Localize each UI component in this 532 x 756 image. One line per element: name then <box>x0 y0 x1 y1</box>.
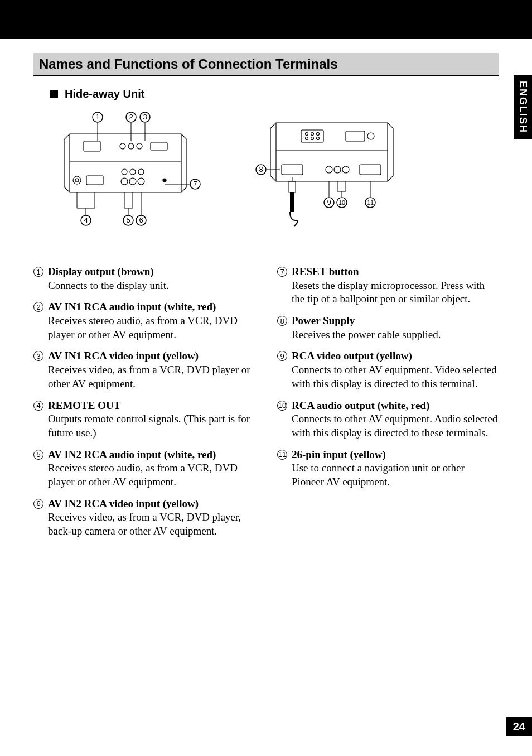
svg-text:2: 2 <box>129 113 133 121</box>
svg-rect-14 <box>151 142 167 150</box>
circled-number-icon: 11 <box>277 450 287 460</box>
svg-rect-59 <box>289 181 296 192</box>
top-black-bar <box>0 0 532 39</box>
item-title: Power Supply <box>292 314 499 328</box>
language-tab: ENGLISH <box>514 75 532 139</box>
svg-point-45 <box>317 133 320 136</box>
svg-point-52 <box>326 166 332 173</box>
item-title: RESET button <box>292 265 499 279</box>
svg-point-22 <box>129 178 136 185</box>
item-description: Receives video, as from a VCR, DVD playe… <box>48 363 255 391</box>
svg-point-50 <box>367 133 374 139</box>
svg-rect-10 <box>84 141 100 151</box>
circled-number-icon: 10 <box>277 401 287 411</box>
svg-text:6: 6 <box>139 216 143 224</box>
circled-number-icon: 7 <box>277 267 287 277</box>
terminal-item: 5 AV IN2 RCA audio input (white, red) Re… <box>33 448 255 489</box>
circled-number-icon: 1 <box>33 267 43 277</box>
svg-point-44 <box>311 133 314 136</box>
svg-point-47 <box>311 137 314 140</box>
svg-point-16 <box>75 179 79 182</box>
svg-rect-42 <box>301 130 323 142</box>
svg-text:9: 9 <box>327 198 331 206</box>
item-description: Receives video, as from a VCR, DVD playe… <box>48 511 255 538</box>
svg-text:1: 1 <box>95 113 99 121</box>
item-description: Connects to the display unit. <box>48 279 255 293</box>
item-title: AV IN1 RCA audio input (white, red) <box>48 300 255 314</box>
svg-point-20 <box>138 169 144 175</box>
terminal-item: 6 AV IN2 RCA video input (yellow) Receiv… <box>33 497 255 538</box>
svg-text:10: 10 <box>338 199 345 206</box>
terminal-item: 1 Display output (brown) Connects to the… <box>33 265 255 292</box>
circled-number-icon: 3 <box>33 351 43 361</box>
item-title: AV IN2 RCA video input (yellow) <box>48 497 255 511</box>
item-title: Display output (brown) <box>48 265 255 279</box>
svg-point-43 <box>306 133 308 136</box>
item-title: AV IN2 RCA audio input (white, red) <box>48 448 255 462</box>
subsection-header: Hide-away Unit <box>50 88 499 100</box>
svg-rect-17 <box>86 176 103 185</box>
svg-point-24 <box>163 179 166 182</box>
item-description: Receives stereo audio, as from a VCR, DV… <box>48 461 255 489</box>
svg-rect-55 <box>360 165 381 175</box>
circled-number-icon: 2 <box>33 302 43 312</box>
svg-rect-49 <box>346 131 365 141</box>
svg-text:8: 8 <box>259 165 263 174</box>
circled-number-icon: 5 <box>33 450 43 460</box>
svg-point-13 <box>137 143 142 149</box>
left-column: 1 Display output (brown) Connects to the… <box>33 265 255 546</box>
terminal-item: 4 REMOTE OUT Outputs remote control sign… <box>33 399 255 440</box>
svg-point-18 <box>122 169 127 175</box>
svg-text:11: 11 <box>367 199 374 206</box>
item-title: RCA audio output (white, red) <box>292 399 499 413</box>
svg-point-15 <box>73 176 81 184</box>
item-description: Receives the power cable supplied. <box>292 328 499 342</box>
section-title: Names and Functions of Connection Termin… <box>39 56 493 72</box>
svg-text:5: 5 <box>126 216 130 224</box>
terminal-item: 11 26-pin input (yellow) Use to connect … <box>277 448 499 489</box>
item-description: Connects to other AV equipment. Audio se… <box>292 412 499 440</box>
svg-point-48 <box>317 137 320 140</box>
item-description: Receives stereo audio, as from a VCR, DV… <box>48 314 255 341</box>
item-description: Resets the display microprocessor. Press… <box>292 279 499 306</box>
svg-point-12 <box>128 143 134 149</box>
diagram-right: 8 9 10 11 <box>251 109 407 232</box>
circled-number-icon: 9 <box>277 351 287 361</box>
item-title: AV IN1 RCA video input (yellow) <box>48 349 255 363</box>
diagram-left: 1 2 3 <box>50 109 206 232</box>
svg-text:3: 3 <box>143 113 147 121</box>
svg-point-46 <box>306 137 308 140</box>
terminal-item: 7 RESET button Resets the display microp… <box>277 265 499 306</box>
svg-rect-51 <box>282 165 303 175</box>
right-column: 7 RESET button Resets the display microp… <box>277 265 499 546</box>
terminal-item: 10 RCA audio output (white, red) Connect… <box>277 399 499 440</box>
terminal-item: 9 RCA video output (yellow) Connects to … <box>277 349 499 391</box>
svg-text:7: 7 <box>193 180 197 188</box>
svg-point-21 <box>121 178 128 185</box>
item-title: RCA video output (yellow) <box>292 349 499 363</box>
circled-number-icon: 6 <box>33 499 43 509</box>
terminal-item: 2 AV IN1 RCA audio input (white, red) Re… <box>33 300 255 341</box>
circled-number-icon: 8 <box>277 316 287 326</box>
item-description: Outputs remote control signals. (This pa… <box>48 412 255 440</box>
svg-point-54 <box>342 166 349 173</box>
page-number: 24 <box>506 717 532 736</box>
svg-rect-60 <box>290 192 294 212</box>
svg-point-23 <box>138 178 144 185</box>
item-title: REMOTE OUT <box>48 399 255 413</box>
section-header: Names and Functions of Connection Termin… <box>33 53 499 76</box>
item-description: Use to connect a navigation unit or othe… <box>292 461 499 489</box>
svg-point-19 <box>130 169 136 175</box>
bullet-square-icon <box>50 90 58 98</box>
terminal-item: 8 Power Supply Receives the power cable … <box>277 314 499 341</box>
svg-text:4: 4 <box>84 216 88 224</box>
terminal-item: 3 AV IN1 RCA video input (yellow) Receiv… <box>33 349 255 391</box>
subsection-title: Hide-away Unit <box>65 88 144 100</box>
svg-point-53 <box>334 166 341 173</box>
svg-point-11 <box>120 143 125 149</box>
circled-number-icon: 4 <box>33 401 43 411</box>
item-title: 26-pin input (yellow) <box>292 448 499 462</box>
item-description: Connects to other AV equipment. Video se… <box>292 363 499 391</box>
